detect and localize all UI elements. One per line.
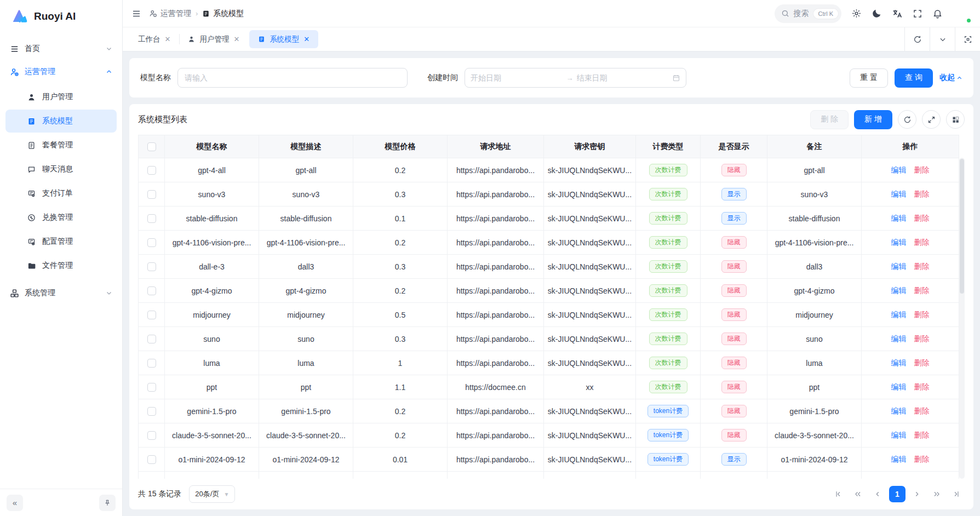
cell-desc: dall3 xyxy=(259,255,353,279)
sidebar-item-redeem[interactable]: 兑换管理 xyxy=(5,206,117,229)
tab-system-models[interactable]: 系统模型 ✕ xyxy=(249,30,318,48)
row-checkbox[interactable] xyxy=(147,238,156,247)
sidebar-item-system[interactable]: 系统管理 xyxy=(0,282,122,305)
vertical-scrollbar[interactable] xyxy=(959,158,965,479)
delete-button[interactable]: 删 除 xyxy=(810,110,849,129)
delete-link[interactable]: 删除 xyxy=(914,310,930,319)
content-fullscreen-icon[interactable] xyxy=(955,27,980,51)
edit-link[interactable]: 编辑 xyxy=(891,406,907,415)
first-page-button[interactable] xyxy=(830,486,846,502)
edit-link[interactable]: 编辑 xyxy=(891,165,907,174)
sidebar-item-users[interactable]: 用户管理 xyxy=(5,85,117,108)
row-checkbox[interactable] xyxy=(147,431,156,440)
sidebar-item-home[interactable]: 首页 xyxy=(0,37,122,60)
add-button[interactable]: 新 增 xyxy=(854,110,892,129)
logo[interactable]: Ruoyi AI xyxy=(0,0,122,33)
row-checkbox[interactable] xyxy=(147,311,156,319)
close-icon[interactable]: ✕ xyxy=(303,35,310,43)
row-checkbox[interactable] xyxy=(147,455,156,464)
edit-link[interactable]: 编辑 xyxy=(891,431,907,439)
row-checkbox[interactable] xyxy=(147,335,156,343)
row-checkbox[interactable] xyxy=(147,407,156,416)
cell-empty xyxy=(139,472,165,479)
delete-link[interactable]: 删除 xyxy=(914,431,930,439)
delete-link[interactable]: 删除 xyxy=(914,190,930,198)
row-checkbox[interactable] xyxy=(147,286,156,295)
notifications-bell-icon[interactable] xyxy=(932,8,943,19)
collapse-filter-link[interactable]: 收起 xyxy=(939,73,962,83)
edit-link[interactable]: 编辑 xyxy=(891,214,907,222)
edit-link[interactable]: 编辑 xyxy=(891,334,907,343)
hamburger-icon[interactable] xyxy=(131,9,141,19)
settings-gear-icon[interactable] xyxy=(851,8,862,19)
back-5-pages-button[interactable] xyxy=(850,486,866,502)
chevron-down-icon[interactable] xyxy=(930,27,955,51)
sidebar-item-chat-messages[interactable]: 聊天消息 xyxy=(5,158,117,181)
delete-link[interactable]: 删除 xyxy=(914,165,930,174)
edit-link[interactable]: 编辑 xyxy=(891,382,907,391)
row-checkbox[interactable] xyxy=(147,383,156,392)
column-settings-icon[interactable] xyxy=(946,110,965,129)
scrollbar-thumb[interactable] xyxy=(960,159,964,294)
cell-billing: 次数计费 xyxy=(636,182,701,207)
last-page-button[interactable] xyxy=(948,486,965,502)
delete-link[interactable]: 删除 xyxy=(914,358,930,367)
sidebar-item-payment-orders[interactable]: 支付订单 xyxy=(5,182,117,205)
row-checkbox[interactable] xyxy=(147,359,156,368)
table-refresh-icon[interactable] xyxy=(898,110,916,129)
edit-link[interactable]: 编辑 xyxy=(891,262,907,271)
forward-5-pages-button[interactable] xyxy=(929,486,945,502)
current-page[interactable]: 1 xyxy=(889,486,906,502)
pin-icon[interactable] xyxy=(99,495,116,511)
delete-link[interactable]: 删除 xyxy=(914,455,930,463)
end-date-input[interactable] xyxy=(577,73,669,82)
delete-link[interactable]: 删除 xyxy=(914,214,930,222)
fullscreen-icon[interactable] xyxy=(913,9,922,19)
sidebar-item-system-models[interactable]: 系统模型 xyxy=(5,110,117,133)
sidebar-item-config[interactable]: 配置管理 xyxy=(5,230,117,253)
delete-link[interactable]: 删除 xyxy=(914,286,930,295)
row-checkbox[interactable] xyxy=(147,190,156,199)
user-avatar[interactable] xyxy=(953,4,971,23)
sidebar-item-packages[interactable]: 套餐管理 xyxy=(5,134,117,157)
prev-page-button[interactable] xyxy=(869,486,886,502)
refresh-icon[interactable] xyxy=(904,27,930,51)
edit-link[interactable]: 编辑 xyxy=(891,455,907,463)
delete-link[interactable]: 删除 xyxy=(914,262,930,271)
select-all-checkbox[interactable] xyxy=(147,142,156,151)
sidebar-item-operations[interactable]: 运营管理 xyxy=(0,60,122,83)
row-checkbox[interactable] xyxy=(147,166,156,175)
close-icon[interactable]: ✕ xyxy=(165,35,171,43)
next-page-button[interactable] xyxy=(909,486,925,502)
row-checkbox[interactable] xyxy=(147,262,156,271)
search-button[interactable]: 查 询 xyxy=(895,68,933,88)
model-name-input[interactable] xyxy=(177,68,408,88)
cell-remark: suno-v3 xyxy=(767,182,862,207)
close-icon[interactable]: ✕ xyxy=(233,35,239,43)
delete-link[interactable]: 删除 xyxy=(914,382,930,391)
tab-users[interactable]: 用户管理 ✕ xyxy=(179,27,248,51)
edit-link[interactable]: 编辑 xyxy=(891,238,907,246)
global-search[interactable]: 搜索 Ctrl K xyxy=(775,4,842,23)
breadcrumb-system-models[interactable]: 系统模型 xyxy=(202,9,244,19)
date-range-picker[interactable]: → xyxy=(465,68,686,88)
delete-link[interactable]: 删除 xyxy=(914,334,930,343)
sidebar-item-files[interactable]: 文件管理 xyxy=(5,254,117,277)
dark-mode-moon-icon[interactable] xyxy=(872,8,882,19)
table-expand-icon[interactable] xyxy=(922,110,941,129)
page-size-select[interactable]: 20条/页 ▼ xyxy=(189,485,235,503)
breadcrumb-operations[interactable]: 运营管理 xyxy=(149,9,191,19)
delete-link[interactable]: 删除 xyxy=(914,406,930,415)
reset-button[interactable]: 重 置 xyxy=(850,68,888,88)
delete-link[interactable]: 删除 xyxy=(914,238,930,246)
tab-label: 工作台 xyxy=(138,35,161,44)
edit-link[interactable]: 编辑 xyxy=(891,358,907,367)
edit-link[interactable]: 编辑 xyxy=(891,190,907,198)
start-date-input[interactable] xyxy=(471,73,563,82)
edit-link[interactable]: 编辑 xyxy=(891,310,907,319)
edit-link[interactable]: 编辑 xyxy=(891,286,907,295)
collapse-sidebar-button[interactable]: « xyxy=(7,495,23,511)
row-checkbox[interactable] xyxy=(147,214,156,223)
language-translate-icon[interactable] xyxy=(892,8,903,19)
tab-workbench[interactable]: 工作台 ✕ xyxy=(129,27,179,51)
